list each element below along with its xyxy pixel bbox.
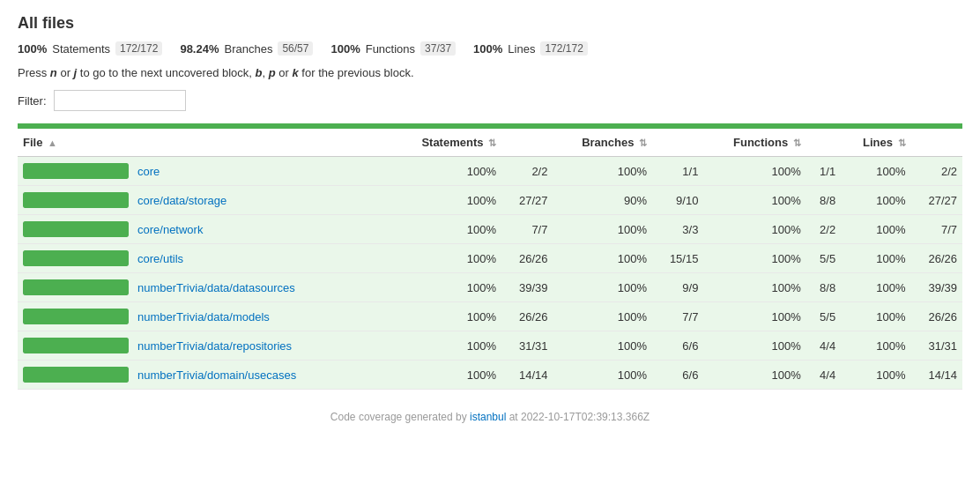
footer: Code coverage generated by istanbul at 2… (18, 411, 962, 423)
cell-file-wrapper: numberTrivia/data/models (18, 302, 390, 331)
cell-line-count: 39/39 (911, 273, 962, 302)
footer-text-before: Code coverage generated by (330, 411, 470, 423)
cell-branch-pct: 90% (553, 186, 652, 215)
cell-func-count: 2/2 (806, 215, 841, 244)
cell-stmt-pct: 100% (390, 331, 501, 361)
cell-branch-pct: 100% (553, 215, 652, 244)
cell-line-pct: 100% (841, 361, 910, 390)
cell-line-count: 2/2 (911, 157, 962, 186)
cell-branch-count: 9/9 (652, 273, 703, 302)
cell-stmt-count: 26/26 (501, 302, 553, 331)
cell-func-pct: 100% (703, 361, 806, 390)
cell-line-count: 26/26 (911, 302, 962, 331)
table-row: core/utils100%26/26100%15/15100%5/5100%2… (18, 244, 962, 273)
functions-summary: 100% Functions 37/37 (330, 41, 456, 56)
file-link[interactable]: numberTrivia/domain/usecases (137, 368, 296, 382)
table-row: core/network100%7/7100%3/3100%2/2100%7/7 (18, 215, 962, 244)
cell-file-wrapper: numberTrivia/domain/usecases (18, 361, 390, 390)
progress-bar-outer (23, 338, 129, 353)
cell-func-pct: 100% (703, 186, 806, 215)
col-statements[interactable]: Statements ⇅ (390, 129, 501, 157)
cell-stmt-count: 39/39 (501, 273, 553, 302)
progress-bar-inner (23, 192, 129, 208)
istanbul-link[interactable]: istanbul (470, 411, 506, 423)
cell-branch-count: 9/10 (652, 186, 703, 215)
file-link[interactable]: core (137, 165, 160, 178)
table-row: numberTrivia/data/models100%26/26100%7/7… (18, 302, 962, 331)
cell-line-pct: 100% (841, 273, 910, 302)
cell-line-pct: 100% (841, 302, 910, 331)
table-row: numberTrivia/data/datasources100%39/3910… (18, 273, 962, 302)
cell-func-count: 1/1 (806, 157, 841, 186)
lines-summary: 100% Lines 172/172 (473, 41, 588, 56)
cell-stmt-count: 31/31 (501, 331, 553, 361)
statements-count: 172/172 (115, 41, 162, 56)
col-lines[interactable]: Lines ⇅ (841, 129, 910, 157)
cell-func-pct: 100% (703, 157, 806, 186)
progress-bar-outer (23, 250, 129, 266)
progress-bar-inner (23, 367, 129, 383)
cell-stmt-count: 26/26 (501, 244, 553, 273)
cell-stmt-count: 14/14 (501, 361, 553, 390)
col-functions[interactable]: Functions ⇅ (703, 129, 806, 157)
functions-pct: 100% (330, 42, 360, 56)
cell-func-count: 4/4 (806, 331, 841, 361)
col-statements-count (501, 129, 553, 157)
cell-func-pct: 100% (703, 302, 806, 331)
statements-summary: 100% Statements 172/172 (18, 41, 162, 56)
functions-label: Functions (366, 42, 415, 56)
table-row: numberTrivia/domain/usecases100%14/14100… (18, 361, 962, 390)
table-row: core/data/storage100%27/2790%9/10100%8/8… (18, 186, 962, 215)
table-header-row: File ▲ Statements ⇅ Branches ⇅ Functions… (18, 129, 962, 157)
progress-bar-inner (23, 309, 129, 324)
col-branches[interactable]: Branches ⇅ (553, 129, 652, 157)
cell-branch-count: 6/6 (652, 331, 703, 361)
cell-func-count: 8/8 (806, 186, 841, 215)
cell-func-count: 5/5 (806, 302, 841, 331)
cell-line-pct: 100% (841, 215, 910, 244)
filter-input[interactable] (54, 90, 186, 111)
cell-branch-pct: 100% (553, 244, 652, 273)
file-link[interactable]: numberTrivia/data/models (137, 310, 270, 324)
progress-bar-outer (23, 309, 129, 324)
cell-line-pct: 100% (841, 244, 910, 273)
cell-branch-pct: 100% (553, 302, 652, 331)
col-file[interactable]: File ▲ (18, 129, 390, 157)
progress-bar-inner (23, 250, 129, 266)
cell-line-pct: 100% (841, 186, 910, 215)
lines-pct: 100% (473, 42, 502, 56)
file-link[interactable]: core/utils (137, 252, 183, 265)
hint-text: Press n or j to go to the next uncovered… (18, 66, 962, 79)
table-row: core100%2/2100%1/1100%1/1100%2/2 (18, 157, 962, 186)
cell-branch-count: 6/6 (652, 361, 703, 390)
cell-branch-pct: 100% (553, 331, 652, 361)
cell-file-wrapper: core/network (18, 215, 390, 244)
cell-func-pct: 100% (703, 331, 806, 361)
cell-stmt-pct: 100% (390, 186, 501, 215)
summary-bar: 100% Statements 172/172 98.24% Branches … (18, 41, 962, 56)
page-title: All files (18, 14, 962, 33)
progress-bar-inner (23, 221, 129, 237)
cell-stmt-pct: 100% (390, 361, 501, 390)
progress-bar-outer (23, 367, 129, 383)
cell-branch-pct: 100% (553, 361, 652, 390)
cell-line-pct: 100% (841, 157, 910, 186)
cell-line-count: 26/26 (911, 244, 962, 273)
file-link[interactable]: core/network (137, 223, 203, 236)
cell-file-wrapper: numberTrivia/data/repositories (18, 331, 390, 361)
cell-line-count: 7/7 (911, 215, 962, 244)
statements-label: Statements (52, 42, 110, 56)
cell-func-pct: 100% (703, 215, 806, 244)
cell-line-count: 14/14 (911, 361, 962, 390)
cell-line-pct: 100% (841, 331, 910, 361)
file-link[interactable]: core/data/storage (137, 194, 226, 207)
filter-label: Filter: (18, 94, 47, 108)
functions-count: 37/37 (420, 41, 456, 56)
file-link[interactable]: numberTrivia/data/repositories (137, 339, 292, 353)
cell-branch-count: 3/3 (652, 215, 703, 244)
file-link[interactable]: numberTrivia/data/datasources (137, 281, 295, 294)
cell-file-wrapper: numberTrivia/data/datasources (18, 273, 390, 302)
lines-label: Lines (508, 42, 535, 56)
cell-stmt-count: 7/7 (501, 215, 553, 244)
cell-stmt-pct: 100% (390, 157, 501, 186)
